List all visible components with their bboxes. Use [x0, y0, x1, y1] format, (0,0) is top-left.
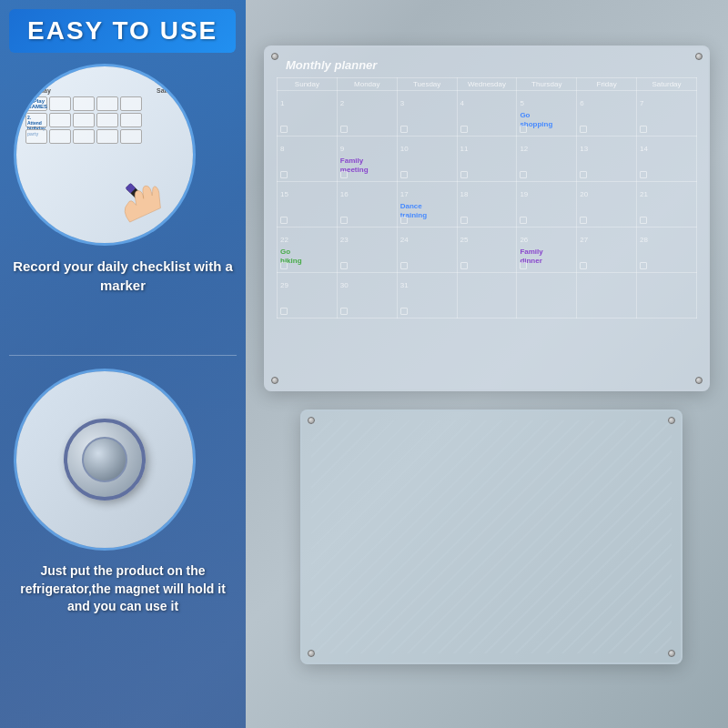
table-row: 8 9Familymeeting 10 11 12 13 14: [278, 136, 697, 182]
col-friday: Friday: [577, 78, 637, 91]
cal-cell: 11: [457, 136, 517, 182]
cal-cell: 7: [637, 91, 697, 136]
main-calendar-board: Monthly planner Sunday Monday Tuesday We…: [264, 46, 710, 391]
col-tuesday: Tuesday: [397, 78, 457, 91]
cal-cell: 4: [457, 91, 517, 136]
cal-cell: 15: [278, 182, 338, 228]
mini-cell: [120, 129, 142, 144]
magnet-icon: [64, 419, 146, 500]
mini-cell: 1. PlayGAMES: [25, 96, 47, 111]
header-title: EASY TO USE: [27, 16, 217, 45]
mini-cell: [96, 96, 118, 111]
cal-cell: 26Familydinner: [517, 228, 577, 273]
cal-cell: 18: [457, 182, 517, 228]
screw-top-left: [271, 53, 278, 60]
col-thursday: Thursday: [517, 78, 577, 91]
col-wednesday: Wednesday: [457, 78, 517, 91]
cal-cell: 23: [337, 228, 397, 273]
table-row: 29 30 31: [278, 273, 697, 318]
screw-bottom-left: [271, 377, 278, 384]
bottom-label-text: Just put the product on the refrigerator…: [20, 563, 226, 613]
mini-cell: [96, 129, 118, 144]
cal-cell: 16: [337, 182, 397, 228]
cal-cell: 30: [337, 273, 397, 318]
mini-cell: 2. Attendbirthdayparty: [25, 113, 47, 127]
mini-cal-row-3: [25, 129, 184, 144]
cal-cell: 31: [397, 273, 457, 318]
calendar-title-text: Monthly planner: [286, 58, 377, 72]
cal-cell: 27: [577, 228, 637, 273]
cal-cell: 29: [278, 273, 338, 318]
cal-cell: 13: [577, 136, 637, 182]
table-row: 22Gohiking 23 24 25 26Familydinner 27 28: [278, 228, 697, 273]
cal-cell: 3: [397, 91, 457, 136]
cal-cell: 5Goshopping: [517, 91, 577, 136]
cal-cell: 9Familymeeting: [337, 136, 397, 182]
cal-cell: 22Gohiking: [278, 228, 338, 273]
table-row: 1 2 3 4 5Goshopping 6 7: [278, 91, 697, 136]
cal-cell: 21: [637, 182, 697, 228]
calendar-grid: Sunday Monday Tuesday Wednesday Thursday…: [277, 77, 697, 318]
screw-top-right: [695, 53, 703, 60]
mini-cell: [25, 129, 47, 144]
cal-cell: [637, 273, 697, 318]
cal-cell: 24: [397, 228, 457, 273]
top-circle-callout: Date: Tuesday Saturday 1. PlayGAMES 2. A…: [14, 64, 196, 246]
screw-bottom-right: [695, 377, 703, 384]
mini-cal-date: Date:: [25, 76, 184, 84]
cal-cell: 8: [278, 136, 338, 182]
cal-cell: 6: [577, 91, 637, 136]
blank-board: [300, 410, 682, 664]
mini-cell: [120, 96, 142, 111]
cal-cell: 2: [337, 91, 397, 136]
cal-cell: 10: [397, 136, 457, 182]
top-label-text: Record your daily checklist with a marke…: [13, 258, 233, 293]
cal-cell: 25: [457, 228, 517, 273]
cal-cell: 12: [517, 136, 577, 182]
cal-cell: [457, 273, 517, 318]
calendar-header-row: Sunday Monday Tuesday Wednesday Thursday…: [278, 78, 697, 91]
mini-cell: [49, 113, 71, 127]
col-monday: Monday: [337, 78, 397, 91]
section-divider: [9, 355, 237, 356]
mini-cal-header: Tuesday Saturday: [25, 87, 184, 94]
col-saturday: Saturday: [637, 78, 697, 91]
bottom-circle-callout: [14, 369, 196, 551]
cal-cell: 17Dancetraining: [397, 182, 457, 228]
cal-cell: 28: [637, 228, 697, 273]
mini-cal-row-1: 1. PlayGAMES: [25, 96, 184, 111]
header-banner: EASY TO USE: [9, 9, 236, 53]
mini-cell: [49, 96, 71, 111]
table-row: 15 16 17Dancetraining 18 19 20 21: [278, 182, 697, 228]
cal-cell: 1: [278, 91, 338, 136]
calendar-title: Monthly planner: [286, 58, 697, 72]
circle-inner-top: Date: Tuesday Saturday 1. PlayGAMES 2. A…: [16, 66, 193, 243]
mini-cell: [73, 129, 95, 144]
top-label: Record your daily checklist with a marke…: [9, 257, 237, 295]
cal-cell: 19: [517, 182, 577, 228]
circle-inner-bottom: [16, 371, 193, 548]
mini-cell: [96, 113, 118, 127]
bottom-label: Just put the product on the refrigerator…: [9, 562, 237, 616]
mini-cal-row-2: 2. Attendbirthdayparty: [25, 113, 184, 127]
cal-cell: 20: [577, 182, 637, 228]
cal-cell: 14: [637, 136, 697, 182]
magnet-inner: [82, 437, 127, 482]
mini-cell: [120, 113, 142, 127]
mini-cell: [73, 113, 95, 127]
col-sunday: Sunday: [278, 78, 338, 91]
cal-cell: [517, 273, 577, 318]
mini-cell: [73, 96, 95, 111]
blank-board-inner: [311, 420, 672, 653]
cal-cell: [577, 273, 637, 318]
mini-cell: [49, 129, 71, 144]
